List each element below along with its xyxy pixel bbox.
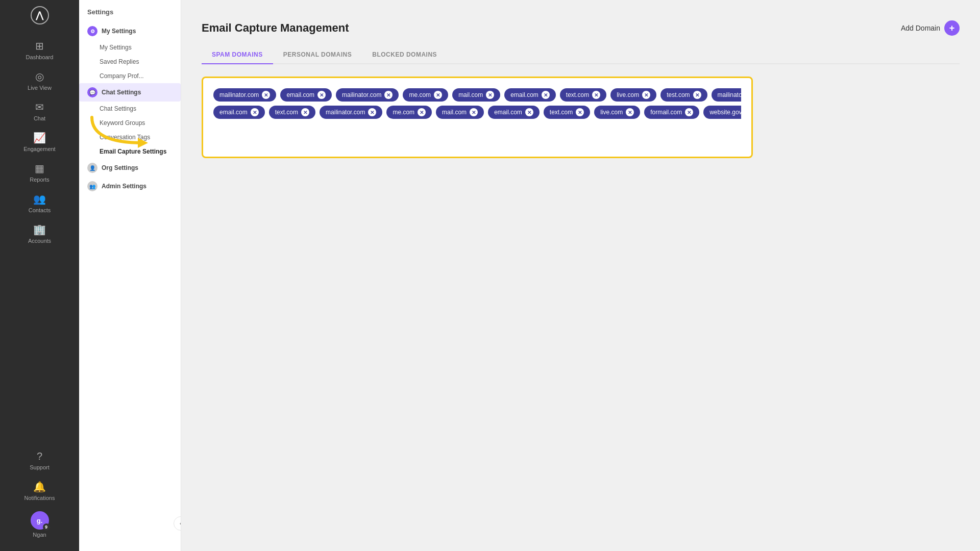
main-content: Email Capture Management Add Domain + SP…	[181, 0, 980, 551]
sub-item-email-capture-settings[interactable]: Email Capture Settings	[79, 144, 181, 159]
nav-label-notifications: Notifications	[24, 495, 55, 501]
remove-domain-button[interactable]: ✕	[418, 108, 426, 116]
avatar: g. 9	[31, 511, 49, 530]
domain-tag: live.com✕	[594, 106, 640, 119]
dashboard-icon: ⊞	[35, 40, 44, 52]
sub-item-company-profile[interactable]: Company Prof...	[79, 69, 181, 83]
domain-tag: mail.com✕	[452, 88, 500, 102]
sub-item-my-settings[interactable]: My Settings	[79, 40, 181, 55]
tab-blocked-domains[interactable]: BLOCKED DOMAINS	[362, 46, 447, 64]
avatar-initial: g.	[37, 517, 43, 524]
nav-item-chat[interactable]: ✉ Chat	[0, 96, 79, 127]
remove-domain-button[interactable]: ✕	[486, 91, 494, 99]
remove-domain-button[interactable]: ✕	[368, 108, 376, 116]
domain-tag: mailinator.com✕	[336, 88, 399, 102]
chat-icon: ✉	[35, 101, 44, 113]
section-header-admin-settings[interactable]: 👥 Admin Settings	[79, 177, 181, 195]
remove-domain-button[interactable]: ✕	[262, 91, 270, 99]
domain-tag: mailinator.com✕	[712, 88, 741, 102]
sub-item-chat-settings[interactable]: Chat Settings	[79, 102, 181, 116]
nav-label-accounts: Accounts	[28, 238, 51, 244]
nav-item-user[interactable]: g. 9 Ngan	[0, 506, 79, 543]
nav-bottom: ? Support 🔔 Notifications g. 9 Ngan	[0, 445, 79, 551]
engagement-icon: 📈	[33, 132, 46, 144]
domain-tag: email.com✕	[504, 88, 556, 102]
remove-domain-button[interactable]: ✕	[576, 108, 584, 116]
accounts-icon: 🏢	[33, 223, 46, 236]
domain-tag: me.com✕	[386, 106, 432, 119]
nav-label-dashboard: Dashboard	[26, 54, 54, 60]
settings-sidebar-title: Settings	[79, 8, 181, 22]
nav-item-reports[interactable]: ▦ Reports	[0, 157, 79, 188]
remove-domain-button[interactable]: ✕	[626, 108, 634, 116]
nav-item-contacts[interactable]: 👥 Contacts	[0, 188, 79, 218]
nav-label-reports: Reports	[30, 177, 50, 183]
nav-label-contacts: Contacts	[29, 207, 51, 213]
domains-row-1: mailinator.com✕email.com✕mailinator.com✕…	[213, 88, 741, 102]
domain-tag: mail.com✕	[436, 106, 484, 119]
app-logo: ⋀	[31, 6, 49, 24]
user-name: Ngan	[33, 532, 46, 538]
my-settings-label: My Settings	[102, 28, 136, 35]
domain-tag: text.com✕	[269, 106, 315, 119]
add-domain-button[interactable]: Add Domain +	[901, 20, 960, 36]
domain-tag: email.com✕	[213, 106, 265, 119]
nav-item-accounts[interactable]: 🏢 Accounts	[0, 218, 79, 249]
remove-domain-button[interactable]: ✕	[693, 91, 701, 99]
remove-domain-button[interactable]: ✕	[525, 108, 533, 116]
section-header-chat-settings[interactable]: 💬 Chat Settings	[79, 83, 181, 102]
remove-domain-button[interactable]: ✕	[470, 108, 478, 116]
chat-settings-icon: 💬	[87, 87, 97, 97]
nav-item-live-view[interactable]: ◎ Live View	[0, 65, 79, 96]
tabs-bar: SPAM DOMAINS PERSONAL DOMAINS BLOCKED DO…	[202, 46, 960, 64]
tab-personal-domains[interactable]: PERSONAL DOMAINS	[273, 46, 362, 64]
page-title: Email Capture Management	[202, 21, 349, 35]
sidebar-collapse-button[interactable]: ‹	[174, 516, 181, 531]
domain-tag: email.com✕	[488, 106, 540, 119]
domain-tag: website.gov✕	[703, 106, 741, 119]
sub-item-keyword-groups[interactable]: Keyword Groups	[79, 116, 181, 130]
support-icon: ?	[37, 450, 42, 462]
nav-label-support: Support	[30, 464, 50, 470]
contacts-icon: 👥	[33, 193, 46, 205]
my-settings-icon: ⚙	[87, 26, 97, 36]
chat-settings-label: Chat Settings	[102, 89, 141, 96]
remove-domain-button[interactable]: ✕	[434, 91, 442, 99]
remove-domain-button[interactable]: ✕	[251, 108, 259, 116]
tab-spam-domains[interactable]: SPAM DOMAINS	[202, 46, 273, 64]
admin-settings-icon: 👥	[87, 181, 97, 191]
sub-item-conversation-tags[interactable]: Conversation Tags	[79, 130, 181, 144]
remove-domain-button[interactable]: ✕	[642, 91, 650, 99]
domain-tag: email.com✕	[280, 88, 332, 102]
org-settings-label: Org Settings	[102, 164, 138, 171]
bell-icon: 🔔	[33, 481, 46, 493]
left-navigation: ⋀ ⊞ Dashboard ◎ Live View ✉ Chat 📈 Engag…	[0, 0, 79, 551]
sub-item-saved-replies[interactable]: Saved Replies	[79, 55, 181, 69]
domain-tag: text.com✕	[544, 106, 590, 119]
domain-tag: text.com✕	[560, 88, 606, 102]
nav-label-live-view: Live View	[28, 85, 52, 91]
remove-domain-button[interactable]: ✕	[384, 91, 393, 99]
remove-domain-button[interactable]: ✕	[317, 91, 326, 99]
live-view-icon: ◎	[35, 70, 44, 83]
section-header-org-settings[interactable]: 👤 Org Settings	[79, 159, 181, 177]
add-domain-label: Add Domain	[901, 24, 940, 32]
domain-tag: live.com✕	[610, 88, 656, 102]
nav-item-dashboard[interactable]: ⊞ Dashboard	[0, 35, 79, 65]
remove-domain-button[interactable]: ✕	[592, 91, 600, 99]
reports-icon: ▦	[35, 162, 44, 174]
domains-container: mailinator.com✕email.com✕mailinator.com✕…	[202, 77, 753, 158]
admin-settings-label: Admin Settings	[102, 183, 146, 190]
nav-item-engagement[interactable]: 📈 Engagement	[0, 127, 79, 157]
nav-item-support[interactable]: ? Support	[0, 445, 79, 475]
remove-domain-button[interactable]: ✕	[685, 108, 693, 116]
nav-item-notifications[interactable]: 🔔 Notifications	[0, 475, 79, 506]
page-header: Email Capture Management Add Domain +	[202, 20, 960, 36]
avatar-badge: 9	[43, 523, 50, 531]
add-domain-plus-icon: +	[944, 20, 960, 36]
remove-domain-button[interactable]: ✕	[542, 91, 550, 99]
domain-tag: test.com✕	[660, 88, 707, 102]
remove-domain-button[interactable]: ✕	[301, 108, 309, 116]
domains-row-2: email.com✕text.com✕mailinator.com✕me.com…	[213, 106, 741, 119]
section-header-my-settings[interactable]: ⚙ My Settings	[79, 22, 181, 40]
